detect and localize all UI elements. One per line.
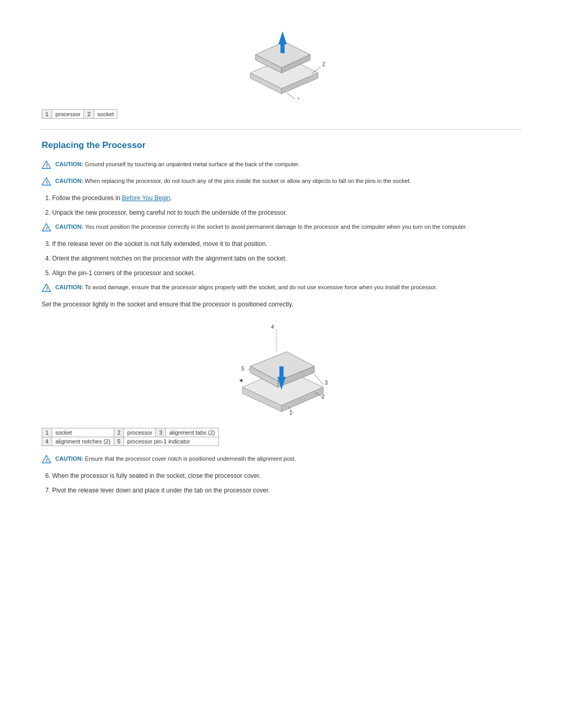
bottom-diagram-container: 4 5 ◄ 3 2 1 [42,314,521,418]
caution-label-5: CAUTION: [55,455,83,462]
caution-block-1: ! CAUTION: Ground yourself by touching a… [42,160,521,169]
caution-icon-2: ! [42,177,51,186]
step-1-text: Follow the procedures in [52,194,122,202]
caution-text-2: CAUTION: When replacing the processor, d… [55,177,411,186]
caution-block-4: ! CAUTION: To avoid damage, ensure that … [42,283,521,292]
svg-text:!: ! [46,226,48,231]
caution-label-4: CAUTION: [55,284,83,290]
bottom-processor-diagram: 4 5 ◄ 3 2 1 [216,314,347,418]
step-2: Unpack the new processor, being careful … [52,208,521,217]
top-diagram-container: 2 1 [42,16,521,99]
top-legend-table: 1 processor 2 socket [42,109,117,119]
step-list-mid: If the release lever on the socket is no… [52,239,521,278]
bottom-legend-pin-indicator: processor pin-1 indicator [124,437,218,446]
step-list-bottom: When the processor is fully seated in th… [52,471,521,495]
caution-icon-4: ! [42,283,51,292]
svg-text:!: ! [46,180,48,185]
step-1: Follow the procedures in Before You Begi… [52,193,521,203]
svg-line-9 [287,93,296,99]
caution-icon-3: ! [42,223,51,232]
legend-label-processor: processor [52,110,84,119]
caution-text-1: CAUTION: Ground yourself by touching an … [55,160,300,169]
section-divider [42,129,521,130]
caution-body-1: Ground yourself by touching an unpainted… [85,161,300,167]
bottom-legend-socket: socket [52,428,114,437]
section-title: Replacing the Processor [42,140,521,151]
caution-text-5: CAUTION: Ensure that the processor cover… [55,454,296,463]
svg-text:!: ! [46,286,48,291]
svg-text:1: 1 [289,410,292,416]
caution-label-2: CAUTION: [55,178,83,184]
caution-block-2: ! CAUTION: When replacing the processor,… [42,177,521,186]
caution-label-3: CAUTION: [55,224,83,230]
caution-text-4: CAUTION: To avoid damage, ensure that th… [55,283,437,292]
svg-text:2: 2 [322,61,325,67]
bottom-legend-num-4: 4 [42,437,52,446]
legend-num-2: 2 [84,110,94,119]
step-3: If the release lever on the socket is no… [52,239,521,249]
bottom-legend-num-1: 1 [42,428,52,437]
svg-text:1: 1 [297,97,300,99]
step-list-top: Follow the procedures in Before You Begi… [52,193,521,217]
caution-icon-1: ! [42,160,51,169]
step-4: Orient the alignment notches on the proc… [52,254,521,263]
bottom-legend-num-5: 5 [114,437,124,446]
bottom-legend-processor: processor [124,428,156,437]
svg-text:3: 3 [325,380,328,386]
bottom-legend-num-3: 3 [156,428,166,437]
caution-label-1: CAUTION: [55,161,83,167]
step-5: Align the pin-1 corners of the processor… [52,268,521,278]
caution-icon-5: ! [42,454,51,464]
svg-text:!: ! [46,163,48,168]
svg-text:4: 4 [271,324,274,330]
caution-body-4: To avoid damage, ensure that the process… [85,284,437,290]
set-processor-text: Set the processor lightly in the socket … [42,300,521,309]
bottom-legend-alignment-tabs: alignment tabs (2) [166,428,218,437]
svg-line-34 [314,374,323,385]
caution-body-2: When replacing the processor, do not tou… [85,178,411,184]
top-processor-diagram: 2 1 [224,16,339,99]
step-7: Pivot the release lever down and place i… [52,486,521,495]
caution-body-3: You must position the processor correctl… [85,224,467,230]
svg-text:5: 5 [241,366,244,372]
bottom-legend-num-2: 2 [114,428,124,437]
caution-block-3: ! CAUTION: You must position the process… [42,223,521,232]
svg-text:!: ! [46,458,48,463]
legend-num-1: 1 [42,110,52,119]
svg-line-33 [248,368,250,371]
step-1-link[interactable]: Before You Begin [122,194,170,202]
svg-text:◄: ◄ [238,377,243,383]
step-6: When the processor is fully seated in th… [52,471,521,480]
legend-label-socket: socket [94,110,117,119]
step-1-after: . [170,194,172,202]
caution-block-5: ! CAUTION: Ensure that the processor cov… [42,454,521,464]
bottom-legend-alignment-notches: alignment notches (2) [52,437,114,446]
bottom-legend-table: 1 socket 2 processor 3 alignment tabs (2… [42,428,219,446]
caution-body-5: Ensure that the processor cover notch is… [85,455,296,462]
caution-text-3: CAUTION: You must position the processor… [55,223,467,231]
